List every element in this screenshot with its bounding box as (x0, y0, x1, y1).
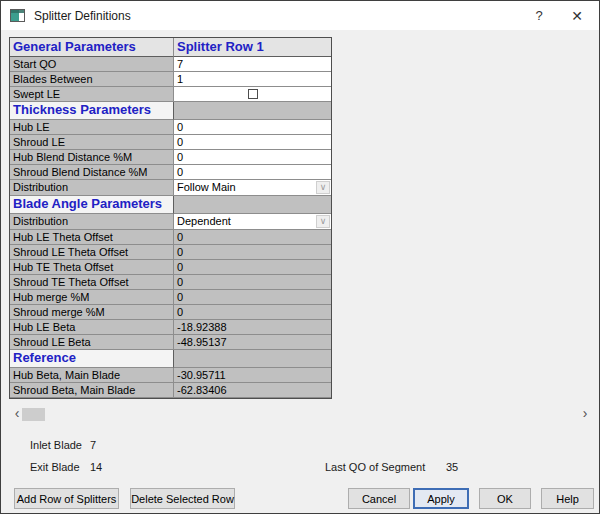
section-filler-cell (174, 102, 331, 120)
table-row: Shroud LE0 (10, 135, 331, 150)
inlet-blade-value: 7 (90, 439, 96, 451)
add-row-of-splitters-button[interactable]: Add Row of Splitters (14, 488, 119, 509)
value-cell-readonly: 0 (174, 305, 331, 320)
table-row: Hub Blend Distance %M0 (10, 150, 331, 165)
value-cell-readonly: 0 (174, 275, 331, 290)
table-row: Hub Beta, Main Blade-30.95711 (10, 368, 331, 383)
column-header-row: General ParametersSplitter Row 1 (10, 38, 331, 57)
last-qo-label: Last QO of Segment (325, 461, 425, 473)
swept-le-checkbox[interactable] (248, 89, 258, 99)
titlebar: Splitter Definitions ? ✕ (1, 1, 599, 30)
horizontal-scrollbar[interactable]: ‹ › (9, 407, 591, 422)
value-cell-editable[interactable]: 0 (174, 135, 331, 150)
table-row: Swept LE (10, 87, 331, 102)
row-label: Swept LE (10, 87, 174, 102)
row-label: Hub Blend Distance %M (10, 150, 174, 165)
section-header-row: Blade Angle Parameters (10, 196, 331, 214)
row-label: Shroud LE (10, 135, 174, 150)
row-label: Hub TE Theta Offset (10, 260, 174, 275)
table-row: Hub merge %M0 (10, 290, 331, 305)
value-cell-readonly: -30.95711 (174, 368, 331, 383)
row-label: Hub LE (10, 120, 174, 135)
scroll-right-icon[interactable]: › (579, 407, 591, 422)
row-label: Distribution (10, 214, 174, 230)
table-row: Start QO7 (10, 57, 331, 72)
value-cell-readonly: -18.92388 (174, 320, 331, 335)
table-row: Shroud LE Beta-48.95137 (10, 335, 331, 350)
table-row: Shroud merge %M0 (10, 305, 331, 320)
app-icon (10, 9, 25, 22)
row-label: Reference (10, 350, 174, 368)
table-row: Shroud Blend Distance %M0 (10, 165, 331, 180)
section-filler-cell (174, 196, 331, 214)
table-row: Hub LE Beta-18.92388 (10, 320, 331, 335)
table-row: DistributionFollow Main∨ (10, 180, 331, 196)
value-cell-editable[interactable]: 0 (174, 150, 331, 165)
row-label: Shroud TE Theta Offset (10, 275, 174, 290)
distribution-dropdown[interactable]: Dependent∨ (174, 214, 331, 230)
value-cell-editable[interactable]: 0 (174, 165, 331, 180)
table-row: DistributionDependent∨ (10, 214, 331, 230)
checkbox-cell[interactable] (174, 87, 331, 102)
chevron-down-icon[interactable]: ∨ (316, 215, 330, 228)
parameter-grid: General ParametersSplitter Row 1Start QO… (9, 37, 332, 399)
value-cell-editable[interactable]: 1 (174, 72, 331, 87)
row-label: Distribution (10, 180, 174, 196)
splitter-definitions-dialog: Splitter Definitions ? ✕ General Paramet… (0, 0, 600, 514)
row-label: Hub merge %M (10, 290, 174, 305)
column-header-parameters: General Parameters (10, 38, 174, 57)
scrollbar-thumb[interactable] (22, 408, 45, 421)
value-cell-readonly: -48.95137 (174, 335, 331, 350)
row-label: Start QO (10, 57, 174, 72)
table-row: Hub LE Theta Offset0 (10, 230, 331, 245)
table-row: Hub LE0 (10, 120, 331, 135)
row-label: Shroud Blend Distance %M (10, 165, 174, 180)
help-button[interactable]: ? (521, 1, 557, 30)
value-cell-editable[interactable]: 0 (174, 120, 331, 135)
window-title: Splitter Definitions (34, 9, 131, 23)
table-row: Shroud LE Theta Offset0 (10, 245, 331, 260)
value-cell-readonly: 0 (174, 230, 331, 245)
row-label: Hub LE Theta Offset (10, 230, 174, 245)
row-label: Shroud LE Theta Offset (10, 245, 174, 260)
table-row: Shroud TE Theta Offset0 (10, 275, 331, 290)
row-label: Shroud LE Beta (10, 335, 174, 350)
value-cell-readonly: 0 (174, 245, 331, 260)
inlet-blade-label: Inlet Blade (30, 439, 82, 451)
exit-blade-value: 14 (90, 461, 102, 473)
section-filler-cell (174, 350, 331, 368)
row-label: Hub Beta, Main Blade (10, 368, 174, 383)
row-label: Blades Between (10, 72, 174, 87)
section-header-row: Reference (10, 350, 331, 368)
cancel-button[interactable]: Cancel (348, 488, 410, 509)
chevron-down-icon[interactable]: ∨ (316, 181, 330, 194)
exit-blade-label: Exit Blade (30, 461, 80, 473)
distribution-dropdown[interactable]: Follow Main∨ (174, 180, 331, 196)
value-cell-readonly: 0 (174, 260, 331, 275)
row-label: Shroud merge %M (10, 305, 174, 320)
column-header-splitter-row[interactable]: Splitter Row 1 (174, 38, 331, 57)
close-icon[interactable]: ✕ (559, 1, 595, 30)
apply-button[interactable]: Apply (413, 488, 469, 509)
row-label: Blade Angle Parameters (10, 196, 174, 214)
ok-button[interactable]: OK (479, 488, 531, 509)
table-row: Hub TE Theta Offset0 (10, 260, 331, 275)
table-row: Shroud Beta, Main Blade-62.83406 (10, 383, 331, 398)
section-header-row: Thickness Parameters (10, 102, 331, 120)
row-label: Thickness Parameters (10, 102, 174, 120)
value-cell-readonly: -62.83406 (174, 383, 331, 398)
row-label: Hub LE Beta (10, 320, 174, 335)
value-cell-editable[interactable]: 7 (174, 57, 331, 72)
delete-selected-row-button[interactable]: Delete Selected Row (130, 488, 235, 509)
last-qo-value: 35 (446, 461, 458, 473)
table-row: Blades Between1 (10, 72, 331, 87)
row-label: Shroud Beta, Main Blade (10, 383, 174, 398)
help-button-bottom[interactable]: Help (541, 488, 594, 509)
value-cell-readonly: 0 (174, 290, 331, 305)
